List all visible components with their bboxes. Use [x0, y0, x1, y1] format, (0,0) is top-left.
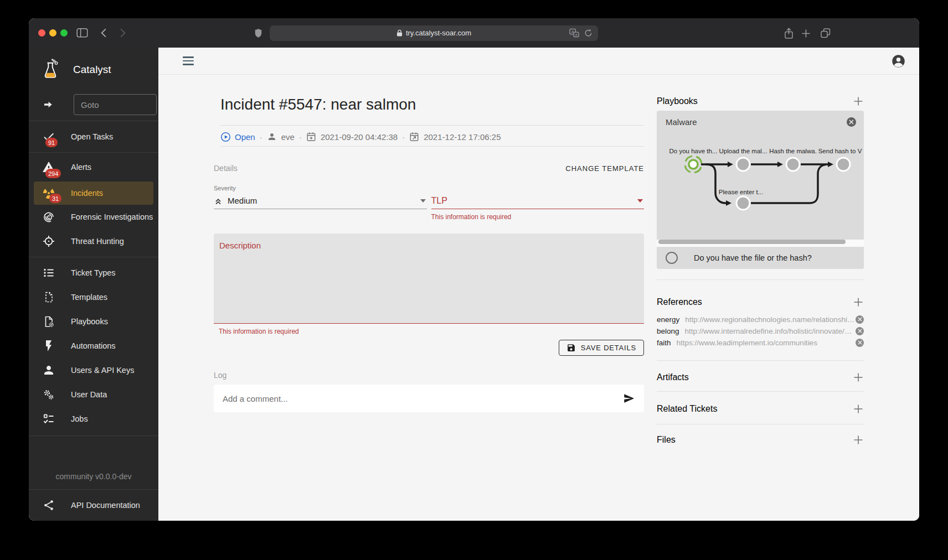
incident-meta-row: Open · eve · — [220, 131, 644, 143]
address-bar[interactable]: try.catalyst-soar.com Aa — [270, 25, 598, 41]
incident-panel: Incident #5547: near salmon Open · e — [214, 95, 644, 446]
section-divider — [657, 391, 864, 392]
reference-url[interactable]: http://www.internalredefine.info/holisti… — [685, 327, 856, 335]
description-placeholder: Description — [219, 241, 261, 250]
severity-label: Severity — [214, 185, 427, 193]
active-task-row[interactable]: Do you have the file or the hash? — [657, 247, 864, 269]
details-fields: Severity Medium — [214, 185, 644, 221]
app-logo-row: Catalyst — [29, 48, 158, 81]
sidebar-item-jobs[interactable]: Jobs — [29, 407, 158, 431]
save-details-button[interactable]: SAVE DETAILS — [559, 340, 644, 356]
alerts-badge: 294 — [45, 169, 61, 178]
translate-icon[interactable]: Aa — [569, 28, 579, 38]
task-node[interactable] — [786, 158, 800, 171]
task-node[interactable] — [736, 196, 750, 210]
crosshair-icon — [42, 235, 55, 248]
tlp-label-spacer — [431, 185, 645, 193]
add-related-ticket-button[interactable] — [853, 403, 864, 414]
catalyst-flask-icon — [41, 59, 60, 81]
sidebar-item-threat-hunting[interactable]: Threat Hunting — [29, 229, 158, 253]
traffic-lights — [38, 29, 68, 37]
sidebar-item-api-documentation[interactable]: API Documentation — [29, 490, 158, 521]
privacy-shield-icon[interactable] — [254, 28, 263, 38]
sidebar-item-user-data[interactable]: User Data — [29, 382, 158, 407]
sidebar-toggle-icon[interactable] — [76, 28, 88, 38]
tab-overview-icon[interactable] — [820, 28, 831, 39]
graph-scrollbar[interactable] — [658, 240, 846, 244]
playbook-graph[interactable]: Do you have th... Upload the mal... Hash… — [657, 129, 864, 238]
new-tab-icon[interactable] — [802, 29, 810, 38]
created-date: 2021-09-20 04:42:38 — [321, 132, 398, 142]
start-node[interactable] — [689, 160, 698, 169]
task-node[interactable] — [837, 158, 850, 171]
severity-field[interactable]: Severity Medium — [214, 185, 427, 221]
tlp-placeholder: TLP — [431, 196, 633, 206]
sidebar-item-label: API Documentation — [71, 501, 140, 510]
person-icon — [42, 364, 55, 377]
send-comment-button[interactable] — [623, 392, 635, 405]
reference-url[interactable]: http://www.regionaltechnologies.name/rel… — [685, 315, 856, 324]
minimize-window-button[interactable] — [49, 29, 56, 37]
severity-medium-icon — [214, 196, 223, 205]
playbooks-header: Playbooks — [657, 95, 864, 107]
sidebar-item-label: Automations — [71, 341, 116, 350]
sidebar-item-label: Jobs — [71, 414, 88, 423]
add-file-button[interactable] — [853, 434, 864, 445]
sidebar-item-incidents[interactable]: Incidents 31 — [34, 182, 153, 205]
sidebar-divider — [29, 435, 158, 436]
share-icon[interactable] — [784, 28, 794, 39]
open-tasks-badge: 91 — [45, 138, 58, 147]
comment-input[interactable] — [223, 394, 623, 403]
chevron-down-icon — [420, 199, 426, 203]
node-label: Do you have th... — [669, 148, 718, 154]
account-avatar[interactable] — [891, 54, 906, 69]
forward-icon[interactable] — [117, 28, 127, 38]
description-textarea[interactable]: Description — [214, 234, 644, 324]
incidents-badge: 31 — [49, 194, 61, 203]
separator: · — [402, 132, 405, 142]
node-label: Hash the malwa. — [769, 148, 817, 154]
files-header: Files — [657, 434, 864, 446]
sidebar-item-users-api-keys[interactable]: Users & API Keys — [29, 358, 158, 382]
remove-reference-icon[interactable] — [856, 339, 864, 347]
playbook-card-malware: Malware Do you have th... U — [657, 111, 864, 269]
remove-reference-icon[interactable] — [856, 327, 864, 335]
reload-icon[interactable] — [584, 28, 592, 37]
lock-icon — [396, 29, 403, 37]
main-area: Incident #5547: near salmon Open · e — [158, 48, 919, 521]
play-circle-icon — [220, 132, 231, 142]
sidebar-item-open-tasks[interactable]: Open Tasks 91 — [29, 121, 158, 152]
back-icon[interactable] — [99, 28, 110, 38]
remove-playbook-icon[interactable] — [847, 117, 856, 127]
close-window-button[interactable] — [38, 29, 45, 37]
sidebar: Catalyst Open Tasks 91 — [29, 48, 158, 521]
sidebar-item-forensic-investigations[interactable]: Forensic Investigations — [29, 205, 158, 229]
sidebar-item-ticket-types[interactable]: Ticket Types — [29, 261, 158, 285]
browser-chrome: try.catalyst-soar.com Aa — [29, 18, 919, 48]
add-reference-button[interactable] — [853, 297, 864, 308]
gears-icon — [42, 388, 55, 401]
task-radio-icon[interactable] — [666, 252, 678, 264]
tlp-field[interactable]: TLP This information is required — [431, 185, 645, 221]
add-artifact-button[interactable] — [853, 372, 864, 383]
references-list: energy http://www.regionaltechnologies.n… — [657, 314, 864, 349]
sidebar-item-label: Ticket Types — [71, 268, 116, 277]
sidebar-item-templates[interactable]: Templates — [29, 285, 158, 309]
status-badge[interactable]: Open — [220, 132, 255, 142]
sidebar-item-alerts[interactable]: Alerts 294 — [29, 153, 158, 182]
fullscreen-window-button[interactable] — [60, 29, 68, 37]
fingerprint-icon — [42, 210, 55, 224]
goto-input[interactable] — [74, 94, 157, 115]
change-template-button[interactable]: CHANGE TEMPLATE — [565, 164, 644, 173]
reference-url[interactable]: https://www.leadimplement.io/communities — [677, 339, 856, 347]
task-node[interactable] — [736, 158, 750, 171]
owner-name: eve — [281, 132, 295, 142]
section-divider — [657, 279, 864, 280]
sidebar-item-playbooks[interactable]: Playbooks — [29, 309, 158, 334]
add-playbook-button[interactable] — [853, 96, 864, 107]
files-section-label: Files — [657, 435, 676, 445]
sidebar-item-automations[interactable]: Automations — [29, 334, 158, 358]
section-divider — [657, 424, 864, 424]
menu-icon[interactable] — [183, 56, 194, 65]
remove-reference-icon[interactable] — [856, 315, 864, 324]
